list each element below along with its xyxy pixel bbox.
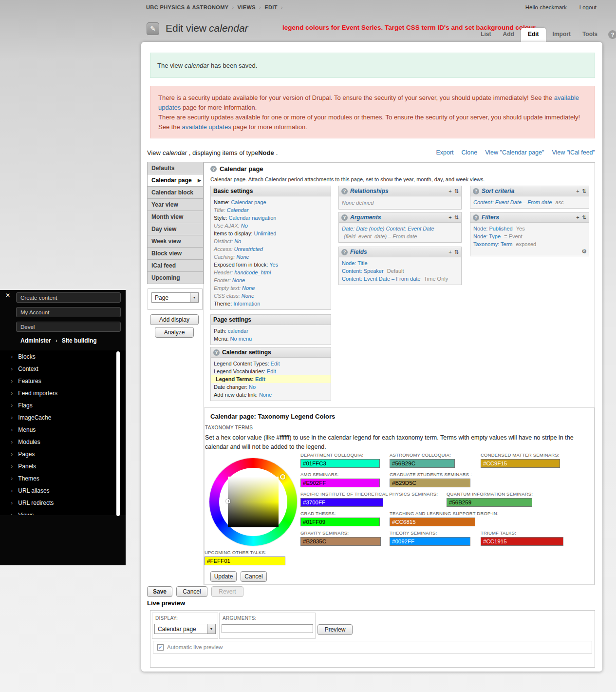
display-tab[interactable]: Defaults ▶ — [147, 162, 204, 174]
cancel-button[interactable]: Cancel — [176, 586, 207, 597]
setting-value-link[interactable]: handcode_html — [234, 269, 271, 275]
view-action-link[interactable]: View "Calendar page" — [485, 149, 544, 156]
setting-value-link[interactable]: None — [242, 285, 255, 291]
help-icon[interactable]: ? — [341, 188, 348, 194]
setting-value-link[interactable]: Edit — [255, 376, 265, 382]
handler-link[interactable]: Content: Event Date – From date — [473, 199, 552, 205]
setting-value-link[interactable]: Unrestricted — [234, 246, 263, 252]
handler-link[interactable]: Node: Type — [473, 233, 501, 239]
available-updates-link[interactable]: available updates — [182, 123, 231, 131]
arguments-title[interactable]: Arguments — [350, 214, 381, 221]
setting-value-link[interactable]: None — [259, 392, 272, 398]
rearrange-icon[interactable]: ⇅ — [454, 215, 459, 220]
setting-value-link[interactable]: Calendar page — [231, 199, 266, 205]
legend-term-color-input[interactable]: #CC6815 — [390, 518, 475, 526]
setting-value-link[interactable]: Edit — [271, 361, 280, 366]
help-icon[interactable]: ? — [473, 188, 479, 194]
legend-term-color-input[interactable]: #B2835C — [300, 537, 381, 546]
preview-arguments-input[interactable] — [222, 624, 313, 633]
legend-term-color-input[interactable]: #E902FF — [300, 479, 380, 487]
help-icon[interactable]: ? — [341, 249, 348, 255]
view-action-link[interactable]: Clone — [462, 149, 478, 156]
handler-link[interactable]: Content: Speaker — [342, 268, 384, 274]
add-icon[interactable]: + — [576, 189, 579, 194]
legend-term-color-input[interactable]: #B29D5C — [390, 479, 470, 487]
setting-value-link[interactable]: No — [241, 223, 248, 229]
admin-menu-item[interactable]: › Themes — [0, 472, 126, 484]
add-icon[interactable]: + — [448, 215, 451, 220]
filters-title[interactable]: Filters — [482, 214, 499, 221]
legend-term-color-input[interactable]: #CC9F15 — [481, 459, 560, 468]
legend-cancel-button[interactable]: Cancel — [241, 571, 267, 582]
help-icon[interactable]: ? — [608, 30, 616, 39]
setting-value-link[interactable]: Yes — [269, 262, 278, 268]
preview-display-select[interactable]: Calendar page ▼ — [154, 624, 216, 634]
legend-term-color-input[interactable]: #01FFC3 — [300, 459, 380, 468]
admin-breadcrumb-current[interactable]: Site building — [62, 337, 97, 344]
help-icon[interactable]: ? — [213, 349, 220, 356]
display-tab[interactable]: Upcoming ▶ — [147, 271, 204, 284]
primary-tab[interactable]: Tools — [578, 28, 602, 42]
breadcrumb-item[interactable]: VIEWS — [238, 4, 256, 10]
hue-selector-dot[interactable] — [280, 474, 285, 480]
primary-tab[interactable]: Import — [548, 28, 576, 42]
legend-term-color-input[interactable]: #FEFF01 — [205, 557, 285, 565]
fields-title[interactable]: Fields — [350, 249, 367, 255]
legend-term-color-input[interactable]: #3700FF — [300, 498, 383, 507]
setting-value-link[interactable]: No menu — [230, 336, 252, 342]
setting-value-link[interactable]: None — [242, 293, 254, 299]
admin-menu-item[interactable]: › Features — [0, 375, 126, 387]
admin-breadcrumb-root[interactable]: Administer — [20, 337, 51, 344]
admin-shortcut-button[interactable]: My Account — [16, 307, 121, 317]
admin-menu-item[interactable]: › Blocks — [0, 350, 126, 363]
setting-value-link[interactable]: Calendar navigation — [229, 215, 277, 221]
scrollbar-thumb[interactable] — [116, 351, 120, 516]
gear-icon[interactable]: ⚙ — [581, 248, 587, 255]
setting-value-link[interactable]: No — [234, 238, 241, 244]
handler-link[interactable]: Node: Title — [342, 260, 368, 266]
rearrange-icon[interactable]: ⇅ — [582, 215, 586, 220]
display-tab[interactable]: Year view ▶ — [147, 198, 204, 211]
handler-link[interactable]: Date: Date (node) Content: Event Date — [342, 226, 434, 231]
handler-link[interactable]: Node: Published — [473, 226, 513, 231]
rearrange-icon[interactable]: ⇅ — [454, 250, 459, 255]
add-icon[interactable]: + — [448, 189, 451, 194]
primary-tab[interactable]: List — [476, 28, 496, 42]
admin-menu-item[interactable]: › Feed importers — [0, 387, 126, 399]
primary-tab[interactable]: Add — [498, 28, 519, 42]
admin-menu-item[interactable]: › Pages — [0, 448, 126, 460]
save-button[interactable]: Save — [147, 586, 172, 597]
display-tab[interactable]: Month view ▶ — [147, 211, 204, 223]
admin-menu-item[interactable]: › Flags — [0, 399, 126, 411]
relationships-title[interactable]: Relationships — [350, 188, 389, 194]
setting-value-link[interactable]: Calendar — [227, 207, 249, 213]
close-icon[interactable]: ✕ — [5, 292, 10, 299]
view-action-link[interactable]: Export — [436, 149, 453, 156]
display-tab[interactable]: Calendar page ▶ — [147, 174, 204, 187]
admin-menu-item[interactable]: › Menus — [0, 423, 126, 436]
setting-value-link[interactable]: Edit — [267, 368, 276, 374]
analyze-button[interactable]: Analyze — [155, 327, 194, 338]
handler-link[interactable]: Taxonomy: Term — [473, 241, 513, 247]
setting-value-link[interactable]: calendar — [228, 328, 248, 334]
display-tab[interactable]: Calendar block ▶ — [147, 186, 204, 199]
legend-term-color-input[interactable]: #56B259 — [447, 498, 532, 507]
admin-menu-item[interactable]: › Panels — [0, 460, 126, 472]
legend-term-color-input[interactable]: #0092FF — [390, 537, 470, 546]
legend-term-color-input[interactable]: #CC1915 — [481, 537, 563, 546]
update-button[interactable]: Update — [210, 571, 237, 582]
add-display-button[interactable]: Add display — [150, 314, 199, 325]
display-type-select[interactable]: Page ▼ — [151, 292, 199, 303]
auto-preview-checkbox[interactable]: ✓ — [157, 644, 164, 651]
setting-value-link[interactable]: None — [232, 277, 245, 283]
admin-menu-item[interactable]: › ImageCache — [0, 411, 126, 423]
add-icon[interactable]: + — [448, 250, 451, 255]
help-icon[interactable]: ? — [473, 214, 479, 221]
setting-value-link[interactable]: Information — [233, 301, 260, 307]
sv-selector-dot[interactable] — [226, 499, 230, 503]
admin-menu-item[interactable]: › Views — [0, 509, 126, 515]
handler-link[interactable]: Content: Event Date – From date — [342, 276, 420, 282]
legend-term-color-input[interactable]: #56B29C — [390, 459, 455, 468]
admin-menu-item[interactable]: › Modules — [0, 436, 126, 448]
setting-value-link[interactable]: None — [236, 254, 249, 260]
